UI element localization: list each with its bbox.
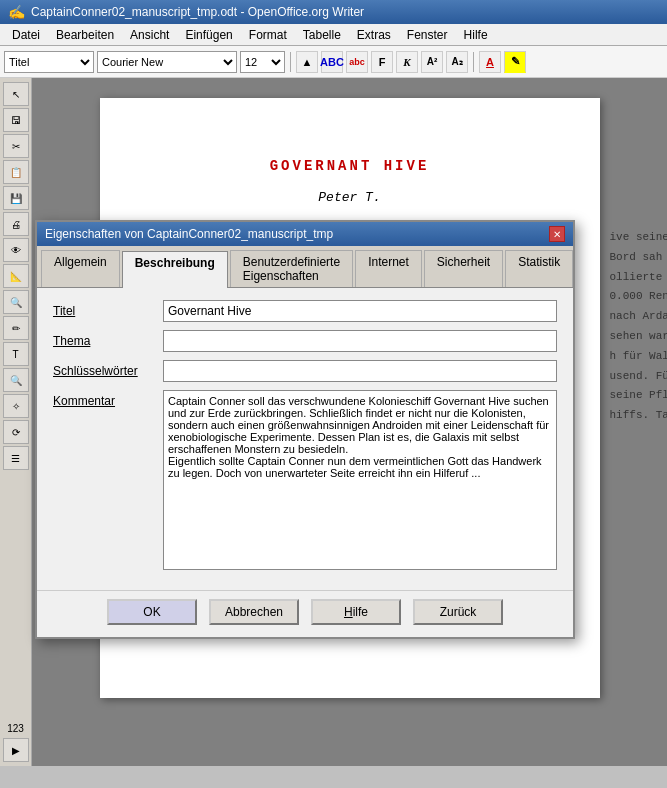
title-label: Titel bbox=[53, 300, 163, 318]
title-row: Titel bbox=[53, 300, 557, 322]
tab-internet[interactable]: Internet bbox=[355, 250, 422, 287]
dialog-tabs: Allgemein Beschreibung Benutzerdefiniert… bbox=[37, 246, 573, 288]
dialog-body: Titel Thema Schlüsselwörter Kommentar Ca… bbox=[37, 288, 573, 590]
tab-sicherheit[interactable]: Sicherheit bbox=[424, 250, 503, 287]
tab-statistik[interactable]: Statistik bbox=[505, 250, 573, 287]
comment-row: Kommentar Captain Conner soll das versch… bbox=[53, 390, 557, 570]
tab-allgemein[interactable]: Allgemein bbox=[41, 250, 120, 287]
ok-button[interactable]: OK bbox=[107, 599, 197, 625]
subject-input[interactable] bbox=[163, 330, 557, 352]
keywords-input[interactable] bbox=[163, 360, 557, 382]
comment-label: Kommentar bbox=[53, 390, 163, 408]
comment-textarea[interactable]: Captain Conner soll das verschwundene Ko… bbox=[163, 390, 557, 570]
dialog-overlay: Eigenschaften von CaptainConner02_manusc… bbox=[0, 0, 667, 788]
tab-benutzerdefiniert[interactable]: Benutzerdefinierte Eigenschaften bbox=[230, 250, 353, 287]
subject-label: Thema bbox=[53, 330, 163, 348]
dialog-titlebar: Eigenschaften von CaptainConner02_manusc… bbox=[37, 222, 573, 246]
tab-beschreibung[interactable]: Beschreibung bbox=[122, 251, 228, 288]
dialog-close-button[interactable]: ✕ bbox=[549, 226, 565, 242]
keywords-row: Schlüsselwörter bbox=[53, 360, 557, 382]
title-input[interactable] bbox=[163, 300, 557, 322]
back-button[interactable]: Zurück bbox=[413, 599, 503, 625]
help-button[interactable]: Hilfe bbox=[311, 599, 401, 625]
help-label-rest: ilfe bbox=[353, 605, 368, 619]
dialog-buttons: OK Abbrechen Hilfe Zurück bbox=[37, 590, 573, 637]
cancel-button[interactable]: Abbrechen bbox=[209, 599, 299, 625]
dialog-title: Eigenschaften von CaptainConner02_manusc… bbox=[45, 227, 333, 241]
keywords-label: Schlüsselwörter bbox=[53, 360, 163, 378]
subject-row: Thema bbox=[53, 330, 557, 352]
properties-dialog: Eigenschaften von CaptainConner02_manusc… bbox=[35, 220, 575, 639]
